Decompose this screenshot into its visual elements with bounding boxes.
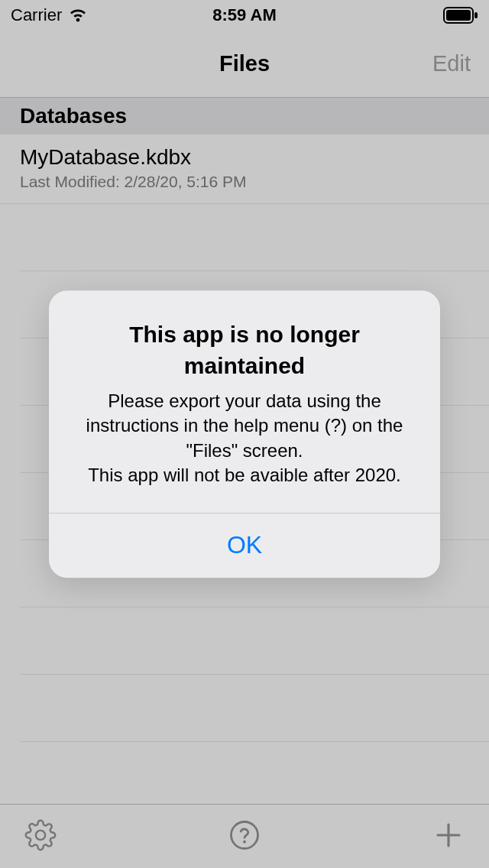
ok-button[interactable]: OK [49, 513, 440, 578]
alert-dialog: This app is no longer maintained Please … [49, 290, 440, 578]
alert-message: Please export your data using the instru… [69, 389, 420, 488]
alert-title: This app is no longer maintained [69, 319, 420, 381]
